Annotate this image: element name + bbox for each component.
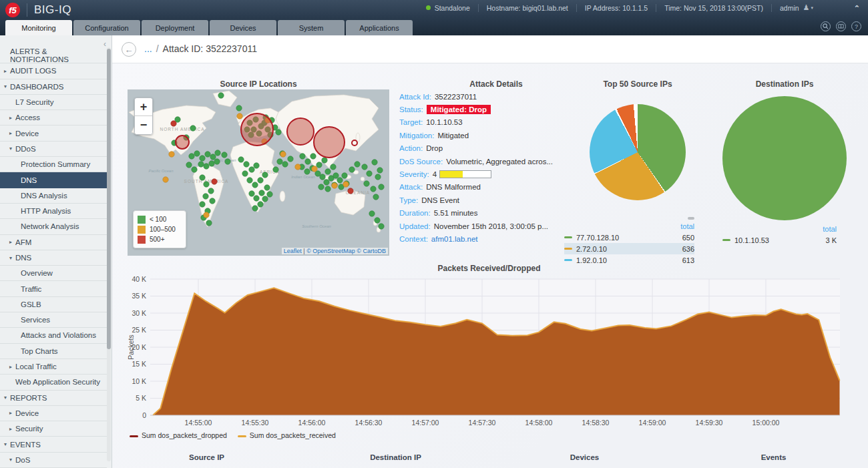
green-source-dot[interactable] [205, 152, 210, 157]
green-source-dot[interactable] [325, 186, 331, 192]
orange-source-dot[interactable] [295, 164, 300, 170]
green-source-dot[interactable] [373, 194, 379, 200]
green-source-dot[interactable] [342, 173, 347, 178]
green-source-dot[interactable] [258, 202, 263, 207]
tab-monitoring[interactable]: Monitoring [5, 20, 72, 35]
green-source-dot[interactable] [316, 162, 322, 168]
green-source-dot[interactable] [310, 154, 316, 159]
green-source-dot[interactable] [273, 167, 278, 172]
sidebar-item-protection-summary[interactable]: Protection Summary [0, 157, 107, 172]
green-source-dot[interactable] [305, 159, 310, 164]
chart-legend-sum-dos-packets-dropped[interactable]: Sum dos_packets_dropped [130, 431, 227, 439]
search-icon[interactable] [821, 21, 831, 31]
green-source-dot[interactable] [377, 168, 383, 173]
green-source-dot[interactable] [206, 220, 212, 226]
top-sources-pie[interactable] [590, 104, 686, 200]
orange-source-dot[interactable] [280, 152, 286, 157]
orange-source-dot[interactable] [163, 177, 168, 182]
green-source-dot[interactable] [288, 156, 293, 162]
breadcrumb-ellipsis[interactable]: ... [144, 43, 152, 54]
green-source-dot[interactable] [238, 157, 244, 162]
green-source-dot[interactable] [210, 154, 216, 160]
book-icon[interactable] [836, 21, 846, 31]
orange-source-dot[interactable] [343, 182, 349, 187]
sidebar-item-traffic[interactable]: Traffic [0, 281, 107, 296]
green-source-dot[interactable] [304, 169, 310, 174]
sidebar-item-reports[interactable]: ▾REPORTS [0, 391, 107, 406]
chart-legend-sum-dos-packets-received[interactable]: Sum dos_packets_received [238, 431, 336, 439]
green-source-dot[interactable] [364, 181, 369, 186]
green-source-dot[interactable] [325, 169, 331, 174]
green-source-dot[interactable] [208, 188, 214, 194]
green-source-dot[interactable] [204, 182, 209, 187]
green-source-dot[interactable] [214, 159, 220, 164]
green-source-dot[interactable] [249, 167, 254, 172]
green-source-dot[interactable] [315, 171, 320, 176]
legend-row-10-1-10-53[interactable]: 10.1.10.533 K [722, 234, 837, 246]
green-source-dot[interactable] [259, 190, 264, 196]
green-source-dot[interactable] [337, 178, 343, 183]
green-source-dot[interactable] [203, 194, 208, 199]
green-source-dot[interactable] [200, 202, 205, 207]
green-source-dot[interactable] [369, 211, 375, 216]
leaflet-link[interactable]: Leaflet [284, 248, 302, 254]
green-source-dot[interactable] [194, 151, 200, 156]
attack-cluster-circle[interactable] [287, 118, 314, 145]
red-source-dot[interactable] [212, 179, 217, 184]
green-source-dot[interactable] [189, 154, 194, 159]
green-source-dot[interactable] [333, 173, 339, 178]
sidebar-item-dashboards[interactable]: ▾DASHBOARDS [0, 79, 107, 95]
help-icon[interactable]: ? [851, 21, 861, 31]
green-source-dot[interactable] [236, 105, 242, 111]
orange-source-dot[interactable] [312, 166, 317, 172]
green-source-dot[interactable] [204, 164, 209, 169]
green-source-dot[interactable] [375, 174, 381, 180]
sidebar-item-audit-logs[interactable]: ▸AUDIT LOGS [0, 63, 107, 79]
packets-chart[interactable]: 05 K10 K15 K20 K25 K30 K35 K40 K14:55:00… [127, 275, 851, 430]
orange-source-dot[interactable] [169, 152, 174, 157]
orange-source-dot[interactable] [204, 212, 209, 218]
green-source-dot[interactable] [277, 159, 282, 164]
green-source-dot[interactable] [322, 158, 327, 163]
green-source-dot[interactable] [247, 178, 252, 183]
green-source-dot[interactable] [276, 130, 281, 135]
green-source-dot[interactable] [190, 126, 196, 131]
sidebar-item-http-analysis[interactable]: HTTP Analysis [0, 204, 107, 219]
back-button[interactable]: ← [122, 42, 136, 57]
green-source-dot[interactable] [362, 164, 367, 170]
green-source-dot[interactable] [252, 182, 258, 188]
tab-configuration[interactable]: Configuration [73, 20, 140, 35]
sidebar-item-dns[interactable]: DNS [0, 172, 107, 188]
source-ip-map[interactable]: NORTH AMERICASOUTH AMERICAAFRICAOCEANIAA… [128, 89, 389, 256]
green-source-dot[interactable] [198, 162, 204, 167]
green-source-dot[interactable] [254, 163, 259, 168]
green-source-dot[interactable] [379, 224, 384, 229]
sidebar-item-access[interactable]: ▸Access [0, 110, 107, 126]
green-source-dot[interactable] [282, 162, 288, 167]
legend-row-77-70-128-10[interactable]: 77.70.128.10650 [564, 232, 694, 243]
sidebar-item-security[interactable]: ▸Security [0, 421, 107, 437]
user-menu[interactable]: admin ♟ ▾ [772, 3, 821, 12]
cartodb-link[interactable]: © CartoDB [357, 248, 386, 254]
sidebar-item-overview[interactable]: Overview [0, 266, 107, 281]
red-source-dot[interactable] [348, 188, 353, 194]
sidebar-item-network-analysis[interactable]: Network Analysis [0, 219, 107, 234]
green-source-dot[interactable] [375, 218, 380, 223]
tab-applications[interactable]: Applications [346, 20, 413, 35]
green-source-dot[interactable] [254, 196, 259, 201]
zoom-out-button[interactable]: − [135, 116, 152, 134]
green-source-dot[interactable] [264, 185, 270, 190]
green-source-dot[interactable] [372, 160, 377, 165]
orange-source-dot[interactable] [237, 113, 242, 119]
sidebar-item-ddos[interactable]: ▾DDoS [0, 142, 107, 157]
sidebar-item-alerts-notifications[interactable]: ALERTS & NOTIFICATIONS [0, 48, 107, 63]
green-source-dot[interactable] [200, 156, 205, 161]
sidebar-item-dos[interactable]: ▾DoS [0, 453, 107, 468]
green-source-dot[interactable] [331, 164, 336, 170]
legend-row-2-72-0-10[interactable]: 2.72.0.10636 [564, 243, 694, 254]
sidebar-item-gslb[interactable]: GSLB [0, 297, 107, 312]
green-source-dot[interactable] [242, 171, 248, 176]
sidebar-item-dns[interactable]: ▾DNS [0, 250, 107, 266]
sidebar-item-services[interactable]: Services [0, 312, 107, 328]
green-source-dot[interactable] [355, 162, 360, 167]
